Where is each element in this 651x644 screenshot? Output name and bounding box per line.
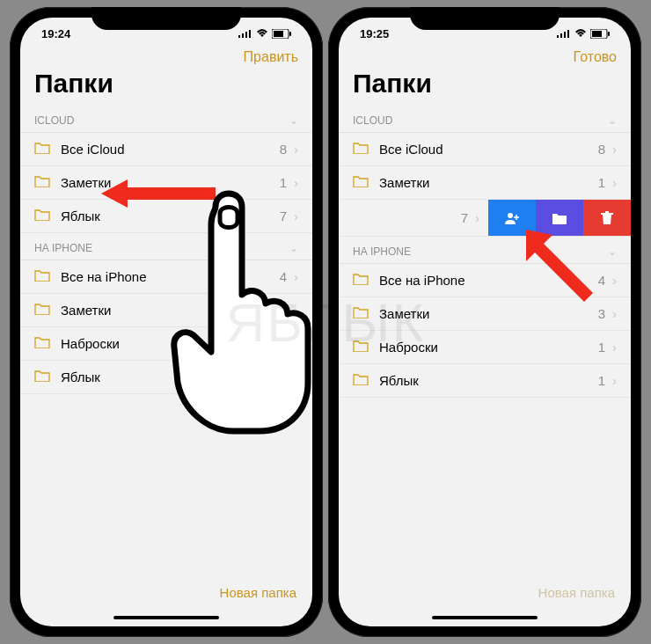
- folder-count: 3: [598, 306, 605, 321]
- svg-rect-10: [567, 30, 569, 38]
- svg-rect-8: [560, 33, 562, 38]
- nav-bar: Править: [20, 44, 312, 69]
- folder-count: 8: [598, 142, 605, 157]
- svg-rect-13: [592, 31, 602, 37]
- bottom-bar: Новая папка: [20, 573, 312, 626]
- folder-label: Яблык: [379, 373, 598, 388]
- folder-row[interactable]: Все на iPhone 4 ›: [20, 260, 312, 294]
- status-time: 19:24: [41, 27, 70, 40]
- folder-icon: [353, 373, 369, 388]
- swipe-row-remainder[interactable]: 7 ›: [339, 200, 488, 236]
- folder-icon: [34, 303, 50, 318]
- page-title: Папки: [353, 69, 617, 99]
- done-button[interactable]: Готово: [574, 49, 617, 65]
- chevron-right-icon: ›: [612, 175, 617, 190]
- battery-icon: [272, 29, 291, 39]
- folder-row[interactable]: Все iCloud 8 ›: [339, 133, 631, 166]
- folder-count: 1: [280, 303, 287, 318]
- person-add-icon: [503, 211, 521, 225]
- phone-left: 19:24 Править Папки ICLOUD ⌄ Все iCloud: [10, 7, 323, 637]
- folder-row[interactable]: Заметки 1 ›: [339, 166, 631, 200]
- title-bar: Папки: [339, 69, 631, 106]
- folder-icon: [353, 340, 369, 355]
- chevron-right-icon: ›: [294, 175, 298, 190]
- title-bar: Папки: [20, 69, 312, 106]
- chevron-down-icon: ⌄: [289, 114, 298, 127]
- folder-label: Наброски: [379, 340, 598, 355]
- folder-icon: [34, 336, 50, 351]
- section-header-icloud[interactable]: ICLOUD ⌄: [20, 106, 312, 133]
- svg-rect-3: [249, 30, 251, 38]
- folder-count: 7: [280, 209, 287, 223]
- new-folder-button[interactable]: Новая папка: [220, 585, 296, 600]
- status-icons: [557, 29, 610, 39]
- wifi-icon: [256, 29, 268, 38]
- swipe-action-share[interactable]: [488, 200, 536, 236]
- edit-button[interactable]: Править: [244, 49, 298, 65]
- folder-row[interactable]: Наброски 1 ›: [339, 331, 631, 364]
- folder-icon: [353, 142, 369, 157]
- folder-count: 1: [280, 336, 287, 351]
- folder-icon: [34, 142, 50, 157]
- folder-count: 1: [280, 175, 287, 190]
- folder-label: Все на iPhone: [379, 273, 598, 288]
- battery-icon: [590, 29, 610, 39]
- home-indicator: [432, 616, 538, 619]
- chevron-down-icon: ⌄: [608, 114, 617, 127]
- home-indicator: [113, 616, 219, 619]
- folder-icon: [34, 269, 50, 284]
- folder-icon: [34, 370, 50, 384]
- folder-label: Все iCloud: [379, 142, 598, 157]
- folder-row[interactable]: Заметки 3 ›: [339, 297, 631, 331]
- chevron-right-icon: ›: [294, 269, 298, 284]
- folder-row[interactable]: Заметки 1 ›: [20, 294, 312, 327]
- folder-count: 1: [598, 373, 605, 388]
- section-header-iphone[interactable]: НА IPHONE ⌄: [339, 237, 631, 264]
- svg-rect-2: [245, 32, 247, 38]
- trash-icon: [601, 211, 613, 225]
- chevron-right-icon: ›: [612, 373, 617, 388]
- folder-row[interactable]: Заметки 1 ›: [20, 166, 312, 200]
- swipe-action-delete[interactable]: [583, 200, 631, 236]
- section-label: НА IPHONE: [34, 242, 92, 254]
- chevron-right-icon: ›: [294, 303, 298, 318]
- folder-icon: [552, 212, 567, 224]
- svg-rect-5: [289, 32, 291, 36]
- folder-label: Наброски: [61, 336, 280, 351]
- folder-count: 4: [280, 269, 287, 284]
- folder-icon: [353, 175, 369, 190]
- swipe-action-move[interactable]: [536, 200, 583, 236]
- section-header-iphone[interactable]: НА IPHONE ⌄: [20, 233, 312, 260]
- folder-row[interactable]: Все iCloud 8 ›: [20, 133, 312, 166]
- svg-rect-0: [238, 35, 240, 38]
- chevron-right-icon: ›: [612, 306, 617, 321]
- folder-row[interactable]: Яблык 1 ›: [339, 364, 631, 398]
- folder-label: Заметки: [379, 306, 598, 321]
- status-icons: [238, 29, 291, 39]
- page-title: Папки: [34, 69, 298, 99]
- section-header-icloud[interactable]: ICLOUD ⌄: [339, 106, 631, 133]
- folder-count: 1: [598, 340, 605, 355]
- screen-left: 19:24 Править Папки ICLOUD ⌄ Все iCloud: [20, 18, 312, 626]
- screen-right: 19:25 Готово Папки ICLOUD ⌄ Все iCloud: [339, 18, 631, 626]
- folder-label: Заметки: [61, 175, 280, 190]
- svg-rect-9: [564, 32, 566, 38]
- folder-label: Яблык: [61, 209, 280, 223]
- folder-count: 4: [598, 273, 605, 288]
- chevron-right-icon: ›: [612, 142, 617, 157]
- folder-label: Яблык: [61, 370, 280, 384]
- folder-count: 8: [280, 142, 287, 157]
- chevron-down-icon: ⌄: [608, 245, 617, 258]
- folder-row[interactable]: Все на iPhone 4 ›: [339, 264, 631, 297]
- folder-label: Все на iPhone: [61, 269, 280, 284]
- status-time: 19:25: [360, 27, 389, 40]
- signal-icon: [238, 29, 252, 38]
- signal-icon: [557, 29, 571, 38]
- section-label: ICLOUD: [34, 114, 74, 127]
- chevron-right-icon: ›: [294, 142, 298, 157]
- folder-row[interactable]: Яблык 7 ›: [20, 200, 312, 233]
- folder-row[interactable]: Наброски 1 ›: [20, 327, 312, 361]
- new-folder-button: Новая папка: [538, 585, 615, 600]
- chevron-right-icon: ›: [475, 210, 479, 225]
- folder-row[interactable]: Яблык 1 ›: [20, 361, 312, 394]
